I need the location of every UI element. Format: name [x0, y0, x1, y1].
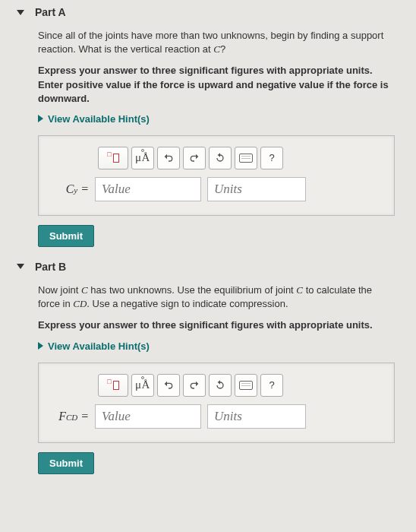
units-input-a[interactable] [207, 177, 306, 201]
reset-button[interactable] [209, 374, 232, 397]
units-input-b[interactable] [207, 404, 306, 429]
caret-down-icon [17, 264, 24, 269]
help-button[interactable]: ? [260, 147, 283, 169]
input-row-a: Cy = [46, 177, 386, 201]
templates-button[interactable]: □ [98, 147, 128, 169]
mua-label: μÅ [135, 378, 150, 391]
redo-icon [188, 152, 200, 164]
prompt-text: Now joint [38, 284, 81, 296]
undo-button[interactable] [157, 374, 180, 397]
part-a-prompt-1: Since all of the joints have more than t… [38, 29, 395, 56]
part-a-title: Part A [35, 6, 66, 18]
submit-button-a[interactable]: Submit [38, 225, 94, 247]
prompt-text: ? [220, 43, 225, 55]
hints-label: View Available Hint(s) [48, 340, 150, 352]
value-input-a[interactable] [95, 177, 201, 201]
prompt-text: . Use a negative sign to indicate compre… [87, 298, 288, 309]
triangle-right-icon [38, 342, 43, 350]
view-hints-link[interactable]: View Available Hint(s) [38, 340, 395, 352]
prompt-text: has two unknowns. Use the equilibrium of… [88, 284, 297, 296]
ring-icon [141, 149, 144, 152]
undo-button[interactable] [157, 147, 180, 169]
submit-button-b[interactable]: Submit [38, 452, 94, 474]
units-symbol-button[interactable]: μÅ [131, 374, 154, 397]
prompt-bold: Express your answer to three significant… [38, 65, 389, 103]
help-label: ? [269, 379, 274, 391]
reset-icon [214, 152, 226, 164]
part-b-content: Now joint C has two unknowns. Use the eq… [17, 283, 399, 474]
templates-button[interactable]: □ [98, 374, 128, 397]
part-b-title: Part B [35, 261, 66, 273]
redo-button[interactable] [183, 147, 206, 169]
reset-button[interactable] [209, 147, 232, 169]
answer-box-a: □ μÅ ? [38, 135, 395, 216]
caret-down-icon [17, 10, 24, 15]
var-c: C [81, 284, 88, 296]
hints-label: View Available Hint(s) [48, 113, 150, 125]
undo-icon [162, 379, 175, 391]
prompt-bold: Express your answer to three significant… [38, 319, 373, 331]
variable-label-fcd: FCD = [46, 410, 89, 423]
redo-button[interactable] [183, 374, 206, 397]
part-a-prompt-2: Express your answer to three significant… [38, 64, 395, 106]
keyboard-button[interactable] [235, 147, 257, 169]
mua-label: μÅ [135, 151, 150, 164]
keyboard-icon [239, 381, 253, 390]
triangle-right-icon [38, 115, 43, 122]
var-c: C [213, 43, 220, 55]
keyboard-icon [239, 154, 253, 163]
answer-box-b: □ μÅ ? [38, 363, 395, 443]
toolbar-b: □ μÅ ? [98, 374, 386, 397]
units-symbol-button[interactable]: μÅ [131, 147, 154, 169]
template-icon: □ [107, 381, 118, 390]
value-input-b[interactable] [95, 404, 201, 429]
template-icon: □ [107, 154, 118, 163]
view-hints-link[interactable]: View Available Hint(s) [38, 113, 395, 125]
part-a-section: Part A Since all of the joints have more… [0, 0, 416, 255]
undo-icon [162, 152, 175, 164]
help-button[interactable]: ? [260, 374, 283, 397]
help-label: ? [269, 152, 274, 163]
part-a-content: Since all of the joints have more than t… [17, 29, 399, 247]
part-b-section: Part B Now joint C has two unknowns. Use… [0, 255, 416, 482]
variable-label-cy: Cy = [46, 182, 89, 196]
part-b-prompt-2: Express your answer to three significant… [38, 318, 395, 332]
ring-icon [141, 376, 144, 379]
redo-icon [188, 379, 200, 391]
var-c: C [296, 284, 303, 296]
part-a-header[interactable]: Part A [17, 6, 399, 18]
reset-icon [214, 379, 226, 391]
part-b-header[interactable]: Part B [17, 261, 399, 273]
input-row-b: FCD = [46, 404, 386, 429]
prompt-text: Since all of the joints have more than t… [38, 30, 383, 55]
keyboard-button[interactable] [235, 374, 257, 397]
toolbar-a: □ μÅ ? [98, 147, 386, 169]
var-cd: CD [73, 298, 87, 309]
part-b-prompt-1: Now joint C has two unknowns. Use the eq… [38, 283, 395, 311]
